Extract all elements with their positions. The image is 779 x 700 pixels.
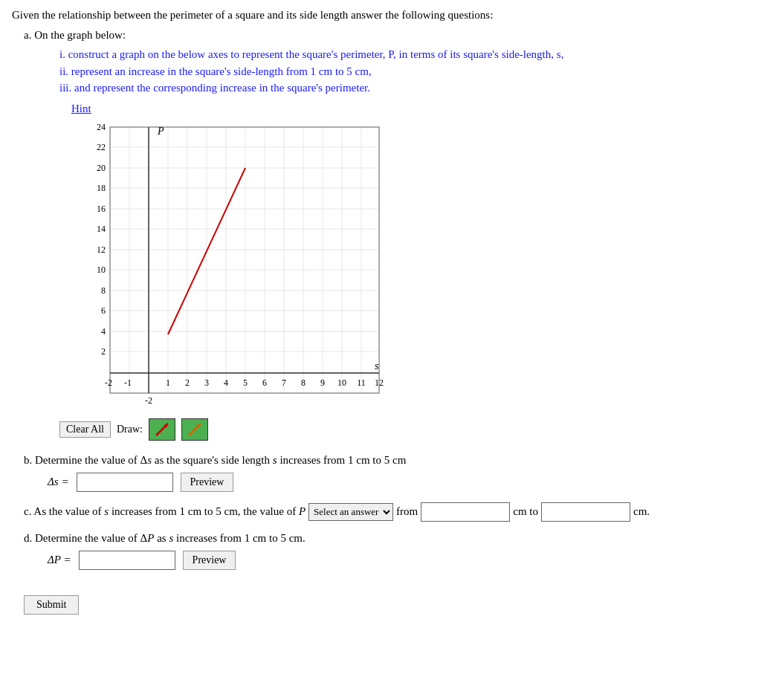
svg-text:10: 10 (97, 265, 106, 275)
svg-text:4: 4 (101, 326, 106, 337)
p-from-input[interactable] (421, 502, 510, 522)
part-c-from: from (396, 505, 418, 518)
svg-text:24: 24 (97, 122, 106, 132)
sub-item-i: i. construct a graph on the below axes t… (59, 46, 767, 63)
svg-text:11: 11 (357, 377, 366, 388)
part-b-text: b. Determine the value of Δs as the squa… (24, 454, 767, 467)
p-to-input[interactable] (541, 502, 630, 522)
draw-label: Draw: (117, 424, 143, 435)
svg-text:8: 8 (101, 285, 106, 296)
svg-text:6: 6 (262, 377, 267, 388)
submit-button[interactable]: Submit (24, 595, 79, 615)
delta-p-preview-button[interactable]: Preview (183, 551, 236, 570)
svg-text:8: 8 (301, 377, 306, 388)
part-a-label: a. On the graph below: (24, 29, 767, 42)
svg-text:-1: -1 (124, 377, 132, 388)
svg-text:7: 7 (282, 377, 286, 388)
clear-all-button[interactable]: Clear All (59, 421, 111, 438)
delta-s-label: Δs = (48, 476, 69, 488)
delta-s-preview-button[interactable]: Preview (181, 473, 234, 492)
delta-s-input[interactable] (77, 473, 173, 492)
draw-tool-segment[interactable] (149, 418, 175, 441)
svg-text:P: P (157, 126, 164, 137)
question-intro: Given the relationship between the perim… (12, 9, 767, 22)
select-answer-dropdown[interactable]: Select an answer increases decreases sta… (308, 503, 393, 521)
part-c-cm-end: cm. (633, 505, 650, 518)
svg-text:10: 10 (337, 377, 346, 388)
svg-text:3: 3 (204, 377, 209, 388)
svg-text:12: 12 (97, 244, 106, 255)
sub-item-iii: iii. and represent the corresponding inc… (59, 80, 767, 97)
svg-text:6: 6 (101, 305, 106, 316)
svg-text:2: 2 (185, 377, 190, 388)
svg-text:14: 14 (97, 224, 106, 234)
part-c-start: c. As the value of s increases from 1 cm… (24, 505, 306, 518)
part-d-text: d. Determine the value of ΔP as s increa… (24, 532, 767, 545)
part-c-text: c. As the value of s increases from 1 cm… (24, 502, 767, 522)
svg-rect-29 (110, 127, 379, 393)
svg-text:s: s (375, 360, 379, 372)
svg-text:9: 9 (320, 377, 325, 388)
svg-text:4: 4 (224, 377, 228, 388)
draw-tool-arrow[interactable] (181, 418, 208, 441)
svg-text:1: 1 (166, 377, 170, 388)
svg-text:5: 5 (243, 377, 248, 388)
svg-text:12: 12 (375, 377, 384, 388)
delta-p-label: ΔP = (48, 554, 71, 566)
svg-text:22: 22 (97, 142, 106, 152)
part-c-cm-to: cm to (513, 505, 538, 518)
hint-link[interactable]: Hint (71, 103, 767, 115)
svg-text:2: 2 (101, 346, 106, 357)
svg-text:20: 20 (97, 163, 106, 173)
svg-text:-2: -2 (105, 377, 112, 388)
svg-text:16: 16 (97, 204, 106, 214)
svg-text:18: 18 (97, 183, 106, 193)
delta-p-input[interactable] (79, 551, 175, 570)
sub-item-ii: ii. represent an increase in the square'… (59, 63, 767, 80)
svg-text:-2: -2 (145, 395, 152, 406)
graph-area[interactable]: 24 22 20 18 16 14 12 10 8 6 4 2 P -2 -1 … (71, 120, 384, 409)
